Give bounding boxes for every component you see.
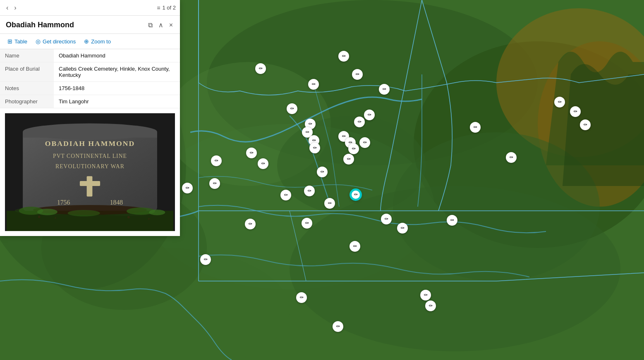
directions-button[interactable]: ◎ Get directions [31, 36, 80, 46]
grave-marker-icon: ⚰ [307, 188, 311, 193]
map-marker[interactable]: ⚰ [554, 97, 565, 107]
map-marker[interactable]: ⚰ [381, 214, 392, 224]
map-marker[interactable]: ⚰ [350, 189, 361, 200]
table-label-1: Place of Burial [0, 62, 54, 82]
svg-text:1848: 1848 [110, 199, 123, 206]
title-bar: Obadiah Hammond ⧉ ∧ × [0, 16, 180, 34]
svg-point-34 [38, 216, 41, 218]
directions-icon: ◎ [36, 38, 41, 45]
counter-text: 1 of 2 [162, 5, 176, 11]
grave-marker-icon: ⚰ [355, 72, 359, 77]
grave-marker-icon: ⚰ [509, 155, 513, 160]
table-label-2: Notes [0, 82, 54, 95]
map-marker[interactable]: ⚰ [309, 143, 320, 153]
map-marker[interactable]: ⚰ [379, 84, 390, 95]
map-marker[interactable]: ⚰ [255, 63, 266, 74]
grave-marker-icon: ⚰ [308, 122, 312, 126]
action-bar: ⊞ Table ◎ Get directions ⊕ Zoom to [0, 34, 180, 49]
map-marker[interactable]: ⚰ [308, 79, 319, 90]
map-marker[interactable]: ⚰ [447, 215, 457, 226]
nav-counter: ≡ 1 of 2 [157, 5, 176, 11]
map-marker[interactable]: ⚰ [350, 241, 360, 252]
grave-image-container: OBADIAH HAMMOND PVT CONTINENTAL LINE REV… [0, 108, 180, 236]
nav-arrows: ‹ › [4, 4, 19, 12]
grave-marker-icon: ⚰ [354, 192, 358, 197]
grave-marker-icon: ⚰ [363, 140, 367, 145]
grave-marker-icon: ⚰ [352, 146, 356, 151]
grave-marker-icon: ⚰ [320, 169, 324, 174]
title-actions: ⧉ ∧ × [147, 20, 174, 30]
table-value-2: 1756-1848 [54, 82, 180, 95]
map-marker[interactable]: ⚰ [425, 300, 436, 311]
map-marker[interactable]: ⚰ [258, 158, 268, 169]
map-marker[interactable]: ⚰ [470, 122, 481, 133]
map-marker[interactable]: ⚰ [333, 321, 343, 332]
map-marker[interactable]: ⚰ [359, 137, 370, 148]
map-marker[interactable]: ⚰ [338, 51, 349, 62]
table-icon: ⊞ [7, 38, 12, 45]
svg-text:REVOLUTIONARY WAR: REVOLUTIONARY WAR [55, 163, 124, 169]
grave-marker-icon: ⚰ [313, 145, 317, 150]
grave-marker-icon: ⚰ [214, 158, 218, 163]
close-button[interactable]: × [168, 20, 174, 30]
grave-marker-icon: ⚰ [429, 303, 433, 308]
svg-point-36 [127, 216, 130, 219]
map-marker[interactable]: ⚰ [354, 117, 365, 127]
svg-rect-33 [23, 131, 157, 138]
grave-marker-icon: ⚰ [290, 106, 294, 111]
map-marker[interactable]: ⚰ [182, 183, 193, 193]
directions-label: Get directions [43, 38, 76, 45]
table-body: Name Obadiah Hammond Place of Burial Cal… [0, 49, 180, 108]
next-button[interactable]: › [12, 4, 18, 12]
map-marker[interactable]: ⚰ [304, 186, 315, 196]
map-marker[interactable]: ⚰ [352, 69, 363, 80]
map-marker[interactable]: ⚰ [570, 106, 581, 117]
svg-text:OBADIAH HAMMOND: OBADIAH HAMMOND [45, 139, 135, 148]
map-marker[interactable]: ⚰ [200, 254, 211, 265]
map-marker[interactable]: ⚰ [317, 167, 328, 177]
zoom-button[interactable]: ⊕ Zoom to [80, 36, 115, 46]
grave-marker-icon: ⚰ [353, 244, 357, 249]
grave-marker-icon: ⚰ [261, 161, 265, 166]
grave-marker-icon: ⚰ [384, 217, 388, 222]
svg-point-24 [67, 210, 100, 217]
collapse-button[interactable]: ∧ [157, 20, 165, 30]
map-marker[interactable]: ⚰ [296, 292, 307, 303]
table-label-0: Name [0, 49, 54, 62]
map-marker[interactable]: ⚰ [246, 148, 257, 158]
grave-marker-icon: ⚰ [259, 66, 263, 71]
grave-marker-icon: ⚰ [450, 218, 454, 223]
map-marker[interactable]: ⚰ [580, 119, 591, 130]
svg-text:PVT CONTINENTAL LINE: PVT CONTINENTAL LINE [53, 153, 127, 159]
duplicate-button[interactable]: ⧉ [147, 20, 154, 30]
map-marker[interactable]: ⚰ [343, 154, 354, 165]
table-label: Table [14, 38, 27, 45]
map-marker[interactable]: ⚰ [280, 190, 291, 200]
grave-image: OBADIAH HAMMOND PVT CONTINENTAL LINE REV… [5, 113, 175, 231]
map-marker[interactable]: ⚰ [245, 219, 256, 229]
map-marker[interactable]: ⚰ [364, 110, 375, 120]
table-row: Notes 1756-1848 [0, 82, 180, 95]
map-marker[interactable]: ⚰ [211, 155, 222, 166]
grave-marker-icon: ⚰ [382, 87, 386, 92]
map-marker[interactable]: ⚰ [302, 218, 312, 229]
grave-marker-icon: ⚰ [311, 82, 316, 87]
map-marker[interactable]: ⚰ [324, 198, 335, 209]
svg-point-37 [148, 218, 150, 220]
map-marker[interactable]: ⚰ [506, 152, 517, 163]
data-table: Name Obadiah Hammond Place of Burial Cal… [0, 49, 180, 108]
map-marker[interactable]: ⚰ [209, 178, 220, 189]
map-marker[interactable]: ⚰ [287, 103, 297, 114]
map-marker[interactable]: ⚰ [348, 143, 359, 154]
table-button[interactable]: ⊞ Table [3, 36, 31, 46]
map-marker[interactable]: ⚰ [420, 290, 431, 300]
grave-marker-icon: ⚰ [558, 100, 562, 105]
prev-button[interactable]: ‹ [4, 4, 10, 12]
table-value-1: Callebs Creek Cemetery, Hinkle, Knox Cou… [54, 62, 180, 82]
svg-text:1756: 1756 [57, 199, 70, 206]
map-marker[interactable]: ⚰ [397, 223, 408, 234]
grave-marker-icon: ⚰ [424, 293, 428, 298]
svg-point-21 [37, 209, 57, 215]
table-row: Name Obadiah Hammond [0, 49, 180, 62]
grave-marker-icon: ⚰ [367, 112, 371, 117]
